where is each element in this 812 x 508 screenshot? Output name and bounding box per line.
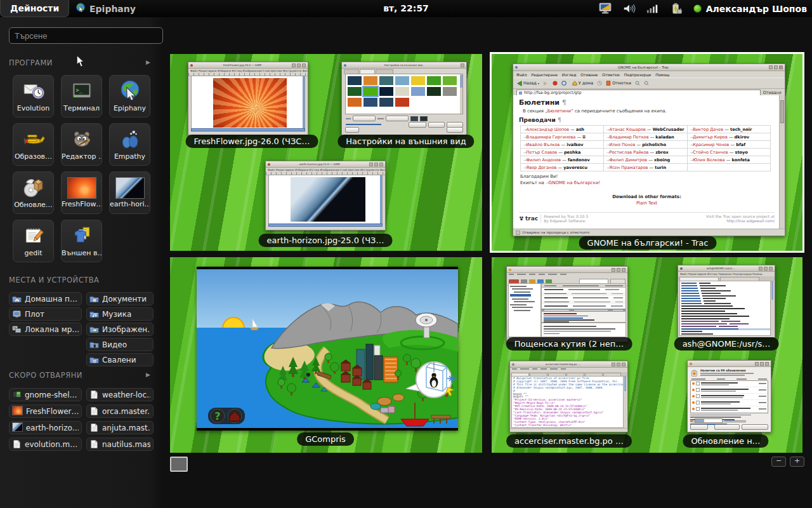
programs-expander-icon[interactable]: ▶ (146, 59, 150, 65)
scrollbar[interactable] (771, 281, 773, 336)
place-item-3[interactable]: Видео (86, 338, 154, 351)
scrollbar[interactable] (779, 95, 785, 229)
recent-item-3[interactable]: evolution.m… (9, 438, 82, 451)
wallpaper-thumbnail[interactable] (363, 76, 377, 85)
window-terminal[interactable]: ash@GNOME:/usr/s… Файл Редактиране Изгле… (678, 265, 775, 338)
scrollbar[interactable] (624, 376, 626, 428)
forward-icon[interactable] (543, 81, 549, 86)
translator-link[interactable]: Владимир Петков (610, 135, 649, 140)
recent-item-2[interactable]: earth-horizo… (9, 421, 82, 434)
place-item-0[interactable]: Документи (86, 292, 154, 305)
translator-link[interactable]: Явор Доганов (527, 165, 557, 170)
get-more-backgrounds-link[interactable] (346, 124, 381, 125)
place-item-2[interactable]: Изображен… (86, 323, 154, 336)
wallpaper-thumbnail[interactable] (395, 87, 409, 96)
activities-button[interactable]: Дейности (0, 0, 69, 17)
plain-text-link[interactable]: Plain Text (519, 201, 775, 206)
reload-icon[interactable] (561, 81, 566, 86)
window-epiphany-trac[interactable]: GNOME на български! - Trac ФайлРедактира… (513, 64, 785, 236)
recent-expander-icon[interactable]: ▶ (146, 371, 150, 378)
user-menu[interactable]: Александър Шопов (693, 4, 807, 14)
recent-item-3[interactable]: nautilus.mas… (86, 438, 154, 451)
wallpaper-thumbnail[interactable] (348, 76, 362, 85)
translator-link[interactable]: Димитър Киров (693, 135, 728, 140)
menu-отметки[interactable]: Отметки (602, 72, 619, 77)
wallpaper-thumbnail[interactable] (379, 98, 393, 107)
install-button[interactable] (742, 424, 768, 430)
app-menu[interactable]: Epiphany (75, 0, 136, 17)
workspace-1[interactable]: FreshFlower.jpg-26.0 — GIMP Файл Редакти… (170, 54, 482, 251)
wallpaper-thumbnail[interactable] (395, 76, 409, 85)
window-evolution-mail[interactable] (506, 266, 628, 342)
translator-link[interactable]: Ростислав Райков (610, 150, 649, 155)
translator-link[interactable]: Атанас Кошаров (610, 127, 646, 132)
translator-link[interactable]: Ивайло Вълков (527, 142, 560, 147)
search-input[interactable] (9, 27, 163, 44)
wallpaper-grid[interactable] (345, 74, 463, 114)
wallpaper-thumbnail[interactable] (348, 98, 362, 107)
menu-файл[interactable]: Файл (516, 72, 527, 77)
recent-item-1[interactable]: orca.master.… (86, 404, 154, 418)
workspace-3[interactable]: ? GCompris (170, 257, 482, 453)
place-item-1[interactable]: Плот (9, 307, 82, 321)
network-signal-icon[interactable] (646, 3, 659, 15)
app-tile-образов[interactable]: Образов… (13, 123, 54, 166)
app-tile-earthhori[interactable]: earth-hori… (109, 171, 150, 214)
place-item-4[interactable]: Свалени (86, 353, 154, 366)
menu-помощ[interactable]: Помощ (655, 72, 669, 77)
menu-подпрозорци[interactable]: Подпрозорци (624, 72, 651, 77)
back-button[interactable]: Назад▾ (516, 81, 539, 86)
updates-list[interactable] (690, 380, 768, 413)
translator-link[interactable]: Петър Славов (527, 150, 557, 155)
close-button[interactable] (447, 127, 463, 133)
window-software-updates[interactable]: Налични са 99 обновления (687, 360, 771, 432)
trac-page-content[interactable]: Бюлетини ¶ В секция „Бюлетини“ са период… (513, 95, 785, 229)
update-row[interactable] (691, 400, 768, 406)
app-tile-empathy[interactable]: Empathy (109, 123, 150, 166)
zoom-in-icon[interactable] (635, 81, 640, 86)
team-link[interactable]: GNOME на български! (549, 180, 601, 185)
clock[interactable]: вт, 22:57 (383, 0, 429, 17)
window-gcompris[interactable]: ? (197, 267, 458, 431)
wallpaper-thumbnail[interactable] (411, 76, 425, 85)
bookmarks-button[interactable]: Отметки (606, 81, 631, 86)
scrollbar[interactable] (460, 74, 462, 114)
translator-link[interactable]: Виктор Дачев (693, 127, 723, 132)
update-row[interactable] (691, 406, 768, 413)
translator-link[interactable]: Юлия Велкова (693, 157, 724, 163)
app-tile-epiphany[interactable]: Epiphany (109, 75, 150, 117)
app-tile-редактор[interactable]: Редактор … (61, 123, 102, 166)
browser-menubar[interactable]: ФайлРедактиранеИзгледОтиванеОтметкиПодпр… (513, 71, 785, 77)
check-button[interactable] (714, 424, 740, 430)
workspace-2-active[interactable]: GNOME на български! - Trac ФайлРедактира… (490, 52, 804, 253)
browser-toolbar[interactable]: Назад▾ У дома Отметки (513, 77, 785, 89)
translator-link[interactable]: Стойчо Станчев (693, 150, 728, 155)
place-item-0[interactable]: Домашна п… (9, 292, 82, 305)
window-editor-po[interactable]: accerciser.master.bg.po … # Bulgarian tr… (509, 361, 628, 432)
translator-link[interactable]: Ясен Праматаров (610, 165, 648, 170)
help-button[interactable] (690, 424, 708, 430)
update-row[interactable] (691, 394, 768, 400)
stop-icon[interactable] (553, 81, 558, 86)
update-row[interactable] (691, 387, 768, 394)
menu-изглед[interactable]: Изглед (562, 72, 577, 77)
wallpaper-thumbnail[interactable] (379, 87, 393, 96)
translator-link[interactable]: Филип Андонов (527, 157, 561, 163)
volume-icon[interactable] (622, 3, 636, 15)
recent-item-1[interactable]: FreshFlower… (9, 404, 82, 418)
wallpaper-thumbnail[interactable] (363, 87, 377, 96)
app-tile-външенв[interactable]: Външен в… (61, 220, 102, 262)
app-tile-терминал[interactable]: >_Терминал (61, 75, 102, 117)
app-tile-evolution[interactable]: Evolution (13, 75, 54, 117)
zoom-in-button[interactable]: + (790, 457, 804, 467)
home-button[interactable]: У дома (572, 81, 593, 86)
recent-item-2[interactable]: anjuta.mast… (86, 421, 154, 434)
translator-link[interactable]: Александър Шопов (527, 127, 570, 132)
translator-link[interactable]: Владимира Гиргинова (527, 135, 576, 140)
translator-link[interactable]: Илия Пенев (610, 142, 636, 147)
translator-link[interactable]: Красимир Чонов (693, 142, 729, 147)
app-tile-gedit[interactable]: gedit (13, 220, 54, 262)
recent-item-0[interactable]: weather-loc… (86, 388, 154, 401)
menu-редактиране[interactable]: Редактиране (532, 72, 558, 77)
zoom-out-icon[interactable] (644, 81, 649, 86)
